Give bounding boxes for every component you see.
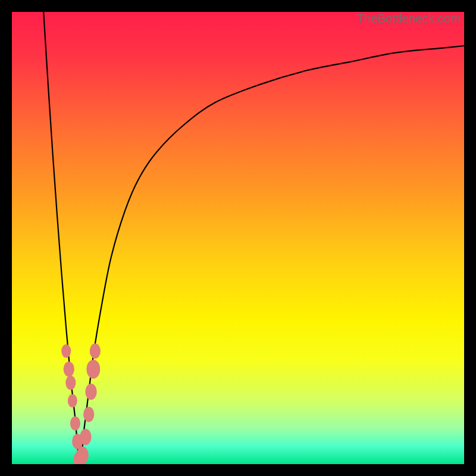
chart-frame: TheBottleneck.com	[12, 12, 464, 464]
marker-point	[70, 416, 80, 431]
watermark-text: TheBottleneck.com	[356, 12, 461, 26]
marker-point	[80, 429, 91, 445]
marker-point	[65, 375, 76, 390]
bottleneck-chart	[12, 12, 464, 464]
marker-point	[61, 345, 71, 358]
gradient-background	[12, 12, 464, 464]
marker-point	[64, 362, 74, 377]
marker-point	[90, 343, 101, 359]
marker-point	[68, 394, 77, 407]
marker-point	[86, 359, 100, 378]
marker-point	[83, 407, 94, 422]
marker-point	[76, 446, 89, 464]
marker-point	[85, 384, 96, 400]
